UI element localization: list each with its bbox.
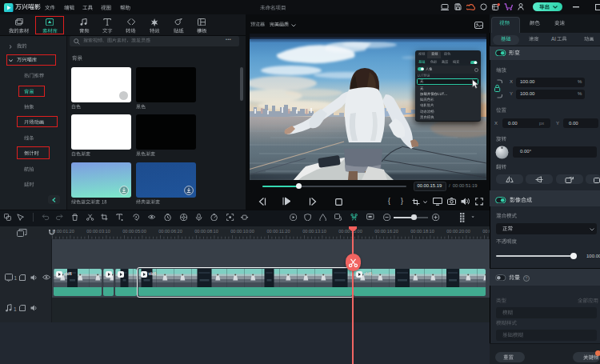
svg-text:00:00:03:10: 00:00:03:10 (86, 229, 110, 234)
svg-text:00:00:18:10: 00:00:18:10 (410, 229, 434, 234)
svg-text:1: 1 (14, 306, 17, 312)
svg-text:00:00:05:00: 00:00:05:00 (122, 229, 146, 234)
svg-text:00:00:13:10: 00:00:13:10 (302, 229, 326, 234)
svg-text:?: ? (526, 276, 528, 281)
svg-text:1: 1 (14, 275, 18, 281)
svg-text:00:00:20:00: 00:00:20:00 (446, 229, 470, 234)
svg-text:00:00:10:00: 00:00:10:00 (230, 229, 254, 234)
svg-text:00:00:08:10: 00:00:08:10 (194, 229, 218, 234)
svg-text:00:00:21:20: 00:00:21:20 (482, 229, 490, 234)
svg-text:00:00:16:20: 00:00:16:20 (374, 229, 398, 234)
svg-text:00:00:11:20: 00:00:11:20 (266, 229, 290, 234)
svg-text:00:00:06:20: 00:00:06:20 (158, 229, 182, 234)
